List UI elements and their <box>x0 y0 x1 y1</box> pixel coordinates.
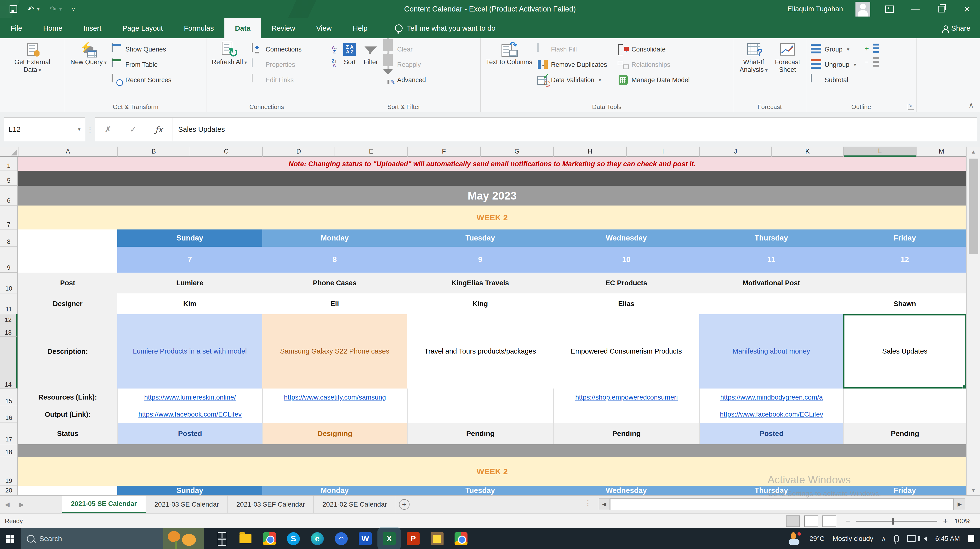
speaker-icon[interactable] <box>924 536 927 541</box>
hscroll-right-icon[interactable]: ▶ <box>954 498 965 510</box>
description-tuesday[interactable]: Travel and Tours products/packages <box>407 314 553 388</box>
label-designer[interactable]: Designer <box>18 293 117 314</box>
resources-friday[interactable] <box>843 388 966 406</box>
show-queries-button[interactable]: Show Queries <box>110 42 173 57</box>
column-header-e[interactable]: E <box>335 146 407 157</box>
row-header-9[interactable]: 9 <box>0 247 18 272</box>
text-to-columns-button[interactable]: ↷ Text to Columns <box>483 41 535 67</box>
restore-icon[interactable] <box>934 2 948 16</box>
tell-me-box[interactable]: Tell me what you want to do <box>395 18 495 38</box>
row-header-10[interactable]: 10 <box>0 272 18 293</box>
zoom-slider-thumb[interactable] <box>892 518 894 525</box>
post-friday[interactable] <box>843 272 966 293</box>
sort-ascending-button[interactable]: A↓Z <box>330 44 339 56</box>
row-header-5[interactable]: 5 <box>0 171 18 186</box>
row-header-11[interactable]: 11 <box>0 293 18 314</box>
tab-view[interactable]: View <box>305 18 342 38</box>
avatar[interactable] <box>856 2 870 16</box>
word-icon[interactable]: W <box>359 532 372 545</box>
empty-cell[interactable] <box>18 486 117 495</box>
output-wednesday[interactable] <box>553 406 699 423</box>
post-monday[interactable]: Phone Cases <box>262 272 407 293</box>
day-header-friday[interactable]: Friday <box>843 229 966 247</box>
status-tuesday[interactable]: Pending <box>407 423 553 444</box>
network-display-icon[interactable] <box>907 535 916 542</box>
column-header-g[interactable]: G <box>480 146 554 157</box>
date-thursday[interactable]: 11 <box>699 247 843 272</box>
status-sunday[interactable]: Posted <box>117 423 262 444</box>
resources-sunday[interactable]: https://www.lumiereskin.online/ <box>117 388 262 406</box>
connections-button[interactable]: Connections <box>250 42 304 57</box>
designer-friday[interactable]: Shawn <box>843 293 966 314</box>
start-button[interactable] <box>0 528 21 549</box>
tab-review[interactable]: Review <box>261 18 305 38</box>
zoom-in-icon[interactable]: + <box>943 516 948 526</box>
empty-cell[interactable] <box>18 229 117 247</box>
date-sunday[interactable]: 7 <box>117 247 262 272</box>
tab-file[interactable]: File <box>0 18 33 38</box>
column-header-k[interactable]: K <box>772 146 844 157</box>
row-headers-12-14[interactable]: 12 13 14 <box>0 314 18 388</box>
output-friday[interactable] <box>843 406 966 423</box>
enter-icon[interactable]: ✓ <box>130 124 137 134</box>
show-detail-button[interactable]: ＋ <box>861 42 881 55</box>
task-view-icon[interactable] <box>215 532 228 545</box>
designer-wednesday[interactable]: Elias <box>553 293 699 314</box>
row-header-15[interactable]: 15 <box>0 388 18 406</box>
sticky-notes-icon[interactable] <box>431 532 444 545</box>
post-thursday[interactable]: Motivational Post <box>699 272 843 293</box>
sheet-tab-2021-03-sef[interactable]: 2021-03 SEF Calendar <box>228 496 314 513</box>
day-header-sunday[interactable]: Sunday <box>117 229 262 247</box>
show-hidden-icons-icon[interactable]: ∧ <box>881 535 886 542</box>
post-tuesday[interactable]: KingElias Travels <box>407 272 553 293</box>
date-friday[interactable]: 12 <box>843 247 966 272</box>
description-friday-selected-cell[interactable]: Sales Updates <box>843 314 966 388</box>
row-header-7[interactable]: 7 <box>0 205 18 229</box>
share-button[interactable]: Share <box>942 18 980 38</box>
column-header-m[interactable]: M <box>916 146 967 157</box>
spacer-cell[interactable] <box>18 171 966 186</box>
row-header-19[interactable]: 19 <box>0 457 18 486</box>
edge-icon[interactable]: e <box>311 532 324 545</box>
close-icon[interactable]: × <box>960 2 974 16</box>
chrome-icon[interactable] <box>263 532 276 545</box>
column-header-i[interactable]: I <box>627 146 700 157</box>
tab-home[interactable]: Home <box>33 18 73 38</box>
select-all-corner[interactable] <box>0 146 18 157</box>
day-header-wednesday-2[interactable]: Wednesday <box>553 486 699 495</box>
row-header-8[interactable]: 8 <box>0 229 18 247</box>
page-break-view-icon[interactable] <box>822 516 836 527</box>
spacer-cell[interactable] <box>18 444 966 457</box>
weather-desc[interactable]: Mostly cloudy <box>833 535 873 543</box>
sheet-tab-2021-03[interactable]: 2021-03 SE Calendar <box>146 496 228 513</box>
weather-temp[interactable]: 29°C <box>810 535 824 543</box>
day-header-monday[interactable]: Monday <box>262 229 407 247</box>
manage-data-model-button[interactable]: Manage Data Model <box>616 73 692 87</box>
day-header-thursday[interactable]: Thursday <box>699 229 843 247</box>
designer-tuesday[interactable]: King <box>407 293 553 314</box>
designer-thursday[interactable] <box>699 293 843 314</box>
row-header-20[interactable]: 20 <box>0 486 18 495</box>
output-tuesday[interactable] <box>407 406 553 423</box>
status-wednesday[interactable]: Pending <box>553 423 699 444</box>
zoom-level[interactable]: 100% <box>955 517 970 525</box>
horizontal-scrollbar[interactable]: ◀ ▶ <box>599 498 965 510</box>
empty-cell[interactable] <box>18 247 117 272</box>
ribbon-display-options-icon[interactable] <box>883 2 896 16</box>
tab-help[interactable]: Help <box>342 18 378 38</box>
date-monday[interactable]: 8 <box>262 247 407 272</box>
tab-insert[interactable]: Insert <box>73 18 112 38</box>
resources-thursday[interactable]: https://www.mindbodygreen.com/a <box>699 388 843 406</box>
row-header-16[interactable]: 16 <box>0 406 18 423</box>
hscroll-left-icon[interactable]: ◀ <box>599 498 610 510</box>
clock[interactable]: 6:45 AM <box>935 535 960 543</box>
advanced-filter-button[interactable]: ✎ Advanced <box>381 73 428 87</box>
label-description[interactable]: Description: <box>18 314 117 388</box>
tab-data[interactable]: Data <box>224 18 261 38</box>
scroll-up-icon[interactable]: ▲ <box>967 146 980 157</box>
cancel-icon[interactable]: ✗ <box>105 124 111 134</box>
from-table-button[interactable]: From Table <box>110 57 173 72</box>
column-header-d[interactable]: D <box>263 146 335 157</box>
column-header-b[interactable]: B <box>118 146 190 157</box>
description-monday[interactable]: Samsung Galaxy S22 Phone cases <box>262 314 407 388</box>
